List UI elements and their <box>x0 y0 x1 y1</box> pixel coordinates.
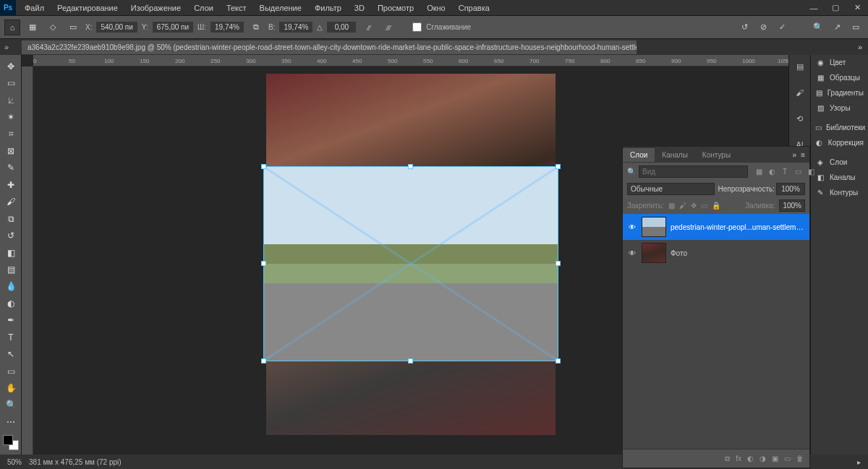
blend-mode-select[interactable]: Обычные <box>627 183 715 195</box>
panel-Образцы[interactable]: ▦Образцы <box>811 70 868 85</box>
menu-Окно[interactable]: Окно <box>421 1 451 14</box>
new-layer-icon[interactable]: ▭ <box>784 455 791 462</box>
color-swatch[interactable] <box>3 435 19 450</box>
transform-center-icon[interactable]: ▦ <box>25 20 41 35</box>
menu-Фильтр[interactable]: Фильтр <box>309 1 347 14</box>
filter-type-icon[interactable]: T <box>780 168 790 176</box>
link-icon[interactable]: ⧉ <box>248 20 264 35</box>
delete-layer-icon[interactable]: 🗑 <box>796 455 804 462</box>
layers-tab-Слои[interactable]: Слои <box>623 148 655 162</box>
path-tool[interactable]: ↖ <box>1 346 20 361</box>
group-icon[interactable]: ▣ <box>772 455 778 462</box>
transform-selection[interactable] <box>263 166 558 361</box>
reset-icon[interactable]: ↺ <box>736 20 752 35</box>
layers-tab-Каналы[interactable]: Каналы <box>655 148 695 162</box>
minimize-button[interactable]: — <box>803 0 825 16</box>
blur-tool[interactable]: 💧 <box>1 279 20 294</box>
panel-menu-icon[interactable]: ≡ <box>801 151 805 159</box>
menu-Изображение[interactable]: Изображение <box>125 1 187 14</box>
edit-toolbar-icon[interactable]: ⋯ <box>1 414 20 429</box>
relative-icon[interactable]: ▭ <box>65 20 81 35</box>
panel-Библиотеки[interactable]: ▭Библиотеки <box>811 120 868 135</box>
visibility-icon[interactable]: 👁 <box>627 223 637 231</box>
panel-Контуры[interactable]: ✎Контуры <box>811 185 868 200</box>
home-icon[interactable]: ⌂ <box>4 20 20 35</box>
handle-nw[interactable] <box>261 164 266 169</box>
frame-tool[interactable]: ⊠ <box>1 143 20 158</box>
x-value[interactable]: 540,00 пи <box>96 22 137 33</box>
move-tool[interactable]: ✥ <box>1 59 20 74</box>
y-value[interactable]: 675,00 пи <box>153 22 193 33</box>
pen-tool[interactable]: ✒ <box>1 313 20 328</box>
smoothing-checkbox[interactable] <box>412 22 422 32</box>
lock-pixels-icon[interactable]: 🖌 <box>679 202 686 210</box>
skew-h-icon[interactable]: ⫽ <box>360 20 376 35</box>
h-value[interactable]: 19,74% <box>279 22 312 33</box>
gradient-tool[interactable]: ▤ <box>1 262 20 277</box>
ruler-horizontal[interactable]: 0501001502002503003504004505005506006507… <box>33 55 788 66</box>
panel-Цвет[interactable]: ◉Цвет <box>811 55 868 70</box>
search-icon[interactable]: 🔍 <box>810 20 826 35</box>
mask-icon[interactable]: ◐ <box>747 455 754 462</box>
menu-Файл[interactable]: Файл <box>19 1 50 14</box>
dodge-tool[interactable]: ◐ <box>1 296 20 311</box>
layer-row[interactable]: 👁Фото <box>623 240 809 266</box>
opacity-value[interactable]: 100% <box>776 183 805 195</box>
history-brush-tool[interactable]: ↺ <box>1 228 20 243</box>
lock-all-icon[interactable]: ▦ <box>668 202 675 210</box>
filter-adjust-icon[interactable]: ◐ <box>767 168 777 176</box>
expand-tabs-icon[interactable]: » <box>4 43 9 51</box>
workspace-icon[interactable]: ▭ <box>848 20 864 35</box>
fx-icon[interactable]: fx <box>736 455 741 462</box>
skew-v-icon[interactable]: ⫻ <box>380 20 396 35</box>
handle-se[interactable] <box>556 358 561 363</box>
menu-Просмотр[interactable]: Просмотр <box>372 1 420 14</box>
menu-3D[interactable]: 3D <box>349 1 370 14</box>
panel-Градиенты[interactable]: ▤Градиенты <box>811 85 868 100</box>
menu-Текст[interactable]: Текст <box>221 1 252 14</box>
handle-ne[interactable] <box>556 164 561 169</box>
link-layers-icon[interactable]: ⧉ <box>725 455 730 463</box>
crop-tool[interactable]: ⌗ <box>1 126 20 142</box>
layer-row[interactable]: 👁pedestrian-winter-peopl...uman-settleme… <box>623 214 809 240</box>
menu-Редактирование[interactable]: Редактирование <box>51 1 124 14</box>
status-arrow-icon[interactable]: ▸ <box>857 458 861 466</box>
lasso-tool[interactable]: ⟀ <box>1 92 20 108</box>
marquee-tool[interactable]: ▭ <box>1 75 20 90</box>
filter-smart-icon[interactable]: ◧ <box>806 168 816 176</box>
lock-artboard-icon[interactable]: ▭ <box>701 202 707 210</box>
collapse-panels-icon[interactable]: » <box>858 43 862 51</box>
handle-e[interactable] <box>556 261 561 266</box>
maximize-button[interactable]: ▢ <box>825 0 846 16</box>
cancel-icon[interactable]: ⊘ <box>755 20 771 35</box>
document-canvas[interactable] <box>266 74 556 435</box>
panel-collapse-icon[interactable]: » <box>793 151 797 159</box>
share-icon[interactable]: ↗ <box>829 20 845 35</box>
document-tab[interactable]: a3643a2c232fe239aeb910b9e98.jpg @ 50% (p… <box>22 40 637 54</box>
layer-search-input[interactable] <box>639 165 748 178</box>
filter-shape-icon[interactable]: ▭ <box>793 168 803 176</box>
w-value[interactable]: 19,74% <box>210 22 244 33</box>
handle-s[interactable] <box>408 358 413 363</box>
angle-value[interactable]: 0,00 <box>327 22 356 33</box>
layers-tab-Контуры[interactable]: Контуры <box>695 148 738 162</box>
history-icon[interactable]: ⟲ <box>793 111 807 126</box>
zoom-level[interactable]: 50% <box>7 458 22 466</box>
brushes-icon[interactable]: 🖌 <box>793 85 807 100</box>
adjustment-icon[interactable]: ◑ <box>760 455 766 462</box>
handle-sw[interactable] <box>261 358 266 363</box>
commit-icon[interactable]: ✓ <box>774 20 790 35</box>
type-tool[interactable]: T <box>1 330 20 345</box>
panel-Узоры[interactable]: ▨Узоры <box>811 100 868 116</box>
hand-tool[interactable]: ✋ <box>1 380 20 395</box>
magic-wand-tool[interactable]: ✶ <box>1 109 20 124</box>
panel-Коррекция[interactable]: ◐Коррекция <box>811 135 868 150</box>
ruler-vertical[interactable] <box>22 66 33 455</box>
eraser-tool[interactable]: ◧ <box>1 245 20 260</box>
visibility-icon[interactable]: 👁 <box>627 249 637 257</box>
shape-tool[interactable]: ▭ <box>1 363 20 379</box>
reference-point-icon[interactable]: ◇ <box>45 20 61 35</box>
menu-Выделение[interactable]: Выделение <box>254 1 307 14</box>
close-button[interactable]: ✕ <box>846 0 868 16</box>
menu-Справка[interactable]: Справка <box>453 1 495 14</box>
